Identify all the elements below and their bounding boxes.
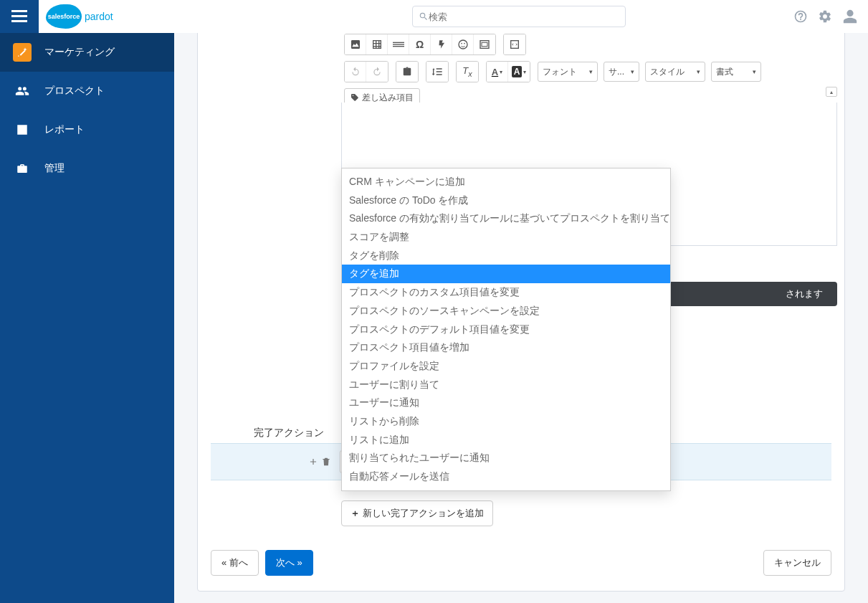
dropdown-item[interactable]: Salesforce の ToDo を作成 — [342, 191, 670, 210]
chart-icon — [13, 120, 32, 139]
sidebar-item-label: 管理 — [44, 162, 65, 175]
wand-icon — [13, 43, 32, 62]
smiley-icon[interactable] — [452, 34, 474, 54]
sidebar: マーケティング プロスペクト レポート 管理 — [0, 0, 174, 603]
paste-icon[interactable] — [396, 62, 418, 82]
completion-actions-label: 完了アクション — [254, 427, 324, 440]
content-card: Ω — [197, 30, 845, 592]
toolbar-collapse-button[interactable]: ▴ — [826, 87, 837, 97]
sidebar-item-marketing[interactable]: マーケティング — [0, 33, 174, 72]
svg-point-8 — [464, 43, 465, 44]
dropdown-item[interactable]: リストから削除 — [342, 412, 670, 431]
dropdown-item[interactable]: Salesforce の有効な割り当てルールに基づいてプロスペクトを割り当て — [342, 209, 670, 228]
size-select[interactable]: サ...▾ — [604, 62, 639, 82]
clear-format-icon[interactable]: Tx — [457, 62, 478, 82]
sidebar-item-label: レポート — [44, 123, 85, 136]
code-icon[interactable] — [504, 34, 525, 54]
dropdown-item[interactable]: ユーザーに割り当て — [342, 376, 670, 394]
cancel-button[interactable]: キャンセル — [763, 550, 831, 576]
pardot-logo-text: pardot — [85, 11, 113, 22]
main-area: Ω — [174, 33, 868, 603]
logo: salesforce pardot — [46, 4, 113, 29]
action-type-dropdown: CRM キャンペーンに追加 Salesforce の ToDo を作成 Sale… — [341, 168, 671, 491]
help-icon[interactable] — [793, 9, 808, 24]
svg-point-6 — [459, 40, 467, 49]
style-select[interactable]: スタイル▾ — [645, 62, 705, 82]
sidebar-item-prospects[interactable]: プロスペクト — [0, 72, 174, 110]
tag-icon — [350, 93, 359, 102]
search-icon — [419, 11, 429, 22]
dropdown-item[interactable]: タグを削除 — [342, 247, 670, 265]
svg-point-7 — [461, 43, 462, 44]
font-select[interactable]: フォント▾ — [538, 62, 598, 82]
salesforce-logo-icon: salesforce — [46, 4, 82, 29]
add-completion-action-button[interactable]: ＋ 新しい完了アクションを追加 — [341, 500, 493, 526]
hr-icon[interactable] — [388, 34, 409, 54]
dropdown-item[interactable]: プロスペクトのデフォルト項目値を変更 — [342, 321, 670, 339]
svg-rect-5 — [393, 46, 404, 47]
image-icon[interactable] — [345, 34, 366, 54]
menu-icon — [11, 10, 27, 23]
bolt-icon[interactable] — [431, 34, 452, 54]
dropdown-item[interactable]: CRM キャンペーンに追加 — [342, 173, 670, 191]
dropdown-item[interactable]: 自動応答メールを送信 — [342, 467, 670, 486]
dropdown-item[interactable]: ユーザーに通知 — [342, 394, 670, 412]
dropdown-item[interactable]: 割り当てられたユーザーに通知 — [342, 449, 670, 467]
search-input[interactable] — [429, 11, 619, 22]
sidebar-item-admin[interactable]: 管理 — [0, 149, 174, 188]
sidebar-item-label: プロスペクト — [44, 85, 105, 98]
svg-rect-10 — [482, 42, 487, 46]
undo-icon[interactable] — [345, 62, 366, 82]
user-icon[interactable] — [842, 9, 858, 24]
next-button[interactable]: 次へ » — [265, 550, 313, 576]
dropdown-item[interactable]: スコアを調整 — [342, 228, 670, 247]
dropdown-item[interactable]: タグを追加 — [342, 265, 670, 283]
hamburger-button[interactable] — [0, 0, 39, 33]
sidebar-item-label: マーケティング — [44, 46, 115, 59]
prev-button[interactable]: « 前へ — [211, 550, 259, 576]
banner-text: されます — [786, 288, 823, 300]
lineheight-icon[interactable] — [426, 62, 448, 82]
trash-icon[interactable] — [321, 457, 331, 467]
redo-icon[interactable] — [366, 62, 388, 82]
people-icon — [13, 82, 32, 100]
dropdown-item[interactable]: プロファイルを設定 — [342, 357, 670, 376]
header-actions — [793, 0, 858, 33]
editor-toolbar: Ω — [341, 31, 837, 110]
omega-icon[interactable]: Ω — [409, 34, 431, 54]
dropdown-item[interactable]: プロスペクトのソースキャンペーンを設定 — [342, 302, 670, 321]
table-icon[interactable] — [366, 34, 388, 54]
gear-icon[interactable] — [818, 9, 832, 24]
svg-rect-0 — [11, 10, 27, 12]
format-select[interactable]: 書式▾ — [711, 62, 761, 82]
text-color-icon[interactable]: A▾ — [487, 62, 508, 82]
briefcase-icon — [13, 159, 32, 178]
svg-rect-4 — [393, 44, 404, 44]
svg-rect-3 — [393, 42, 404, 43]
dropdown-item[interactable]: プロスペクトのカスタム項目値を変更 — [342, 283, 670, 302]
search-field[interactable] — [412, 6, 626, 27]
dropdown-item[interactable]: リストに追加 — [342, 431, 670, 450]
svg-rect-1 — [11, 15, 27, 17]
iframe-icon[interactable] — [474, 34, 495, 54]
svg-rect-2 — [11, 20, 27, 22]
plus-icon[interactable] — [308, 457, 318, 467]
sidebar-item-reports[interactable]: レポート — [0, 110, 174, 149]
bg-color-icon[interactable]: A▾ — [508, 62, 530, 82]
dropdown-item[interactable]: プロスペクト項目値を増加 — [342, 338, 670, 357]
app-header: salesforce pardot — [0, 0, 868, 33]
